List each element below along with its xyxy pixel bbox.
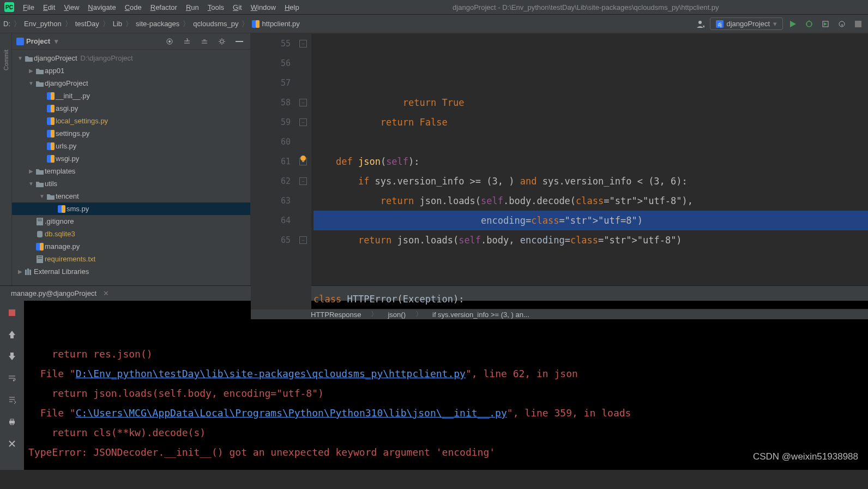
fold-marker[interactable]: −: [299, 177, 307, 185]
code-line[interactable]: encoding=class="str">"utf=8"): [314, 211, 868, 230]
fold-marker[interactable]: −: [299, 99, 307, 106]
breadcrumb-segment[interactable]: site-packages: [136, 20, 179, 28]
breadcrumb-segment[interactable]: D:: [3, 20, 10, 28]
run-tab-label[interactable]: manage.py@djangoProject: [11, 289, 97, 297]
tree-item-wsgi.py[interactable]: wsgi.py: [12, 152, 250, 165]
menu-git[interactable]: Git: [228, 1, 246, 14]
console-link[interactable]: D:\Env_python\testDay\lib\site-packages\…: [76, 368, 466, 379]
print-icon[interactable]: [5, 415, 19, 428]
svg-text:PC: PC: [5, 4, 13, 10]
tree-item-templates[interactable]: ▶templates: [12, 165, 250, 177]
more-run-button[interactable]: ▾: [835, 17, 848, 31]
run-config-selector[interactable]: dj djangoProject ▾: [710, 17, 783, 30]
scroll-to-end-icon[interactable]: [5, 393, 19, 407]
tree-item-requirements.txt[interactable]: requirements.txt: [12, 253, 250, 265]
tree-item-local_settings.py[interactable]: local_settings.py: [12, 115, 250, 127]
menu-edit[interactable]: Edit: [39, 1, 59, 14]
tree-item-utils[interactable]: ▼utils: [12, 177, 250, 190]
tree-label: __init__.py: [56, 92, 90, 100]
user-icon[interactable]: ▾: [694, 17, 707, 31]
project-panel-title[interactable]: Project ▾: [16, 37, 58, 45]
code-line[interactable]: return json.loads(self.body, encoding=cl…: [314, 230, 868, 250]
fold-marker[interactable]: −: [299, 40, 307, 47]
stop-process-button[interactable]: [5, 306, 19, 319]
clear-icon[interactable]: [5, 437, 19, 450]
tree-item-.gitignore[interactable]: .gitignore: [12, 215, 250, 228]
svg-rect-15: [855, 21, 861, 27]
menu-file[interactable]: File: [19, 1, 39, 14]
fold-marker[interactable]: −: [299, 118, 307, 126]
up-icon[interactable]: [5, 328, 19, 341]
tree-arrow-icon[interactable]: ▼: [16, 55, 24, 61]
menu-help[interactable]: Help: [280, 1, 304, 14]
tree-item-__init__.py[interactable]: __init__.py: [12, 90, 250, 102]
soft-wrap-icon[interactable]: [5, 372, 19, 385]
run-button[interactable]: [786, 17, 799, 31]
collapse-all-icon[interactable]: [198, 35, 211, 48]
tree-item-manage.py[interactable]: manage.py: [12, 240, 250, 253]
tree-arrow-icon[interactable]: ▼: [27, 181, 35, 187]
py-icon: [46, 105, 56, 112]
svg-rect-32: [51, 155, 55, 163]
breadcrumb[interactable]: D:〉Env_python〉testDay〉Lib〉site-packages〉…: [3, 19, 300, 29]
code-line[interactable]: return True: [314, 93, 868, 112]
run-with-coverage-button[interactable]: [819, 17, 832, 31]
tree-item-settings.py[interactable]: settings.py: [12, 127, 250, 140]
tree-item-sms.py[interactable]: sms.py: [12, 202, 250, 215]
code-line[interactable]: if sys.version_info >= (3, ) and sys.ver…: [314, 171, 868, 191]
menu-navigate[interactable]: Navigate: [83, 1, 120, 14]
tree-label: urls.py: [56, 142, 76, 150]
tree-arrow-icon[interactable]: ▶: [16, 269, 24, 275]
code-line[interactable]: [314, 132, 868, 152]
menu-tools[interactable]: Tools: [203, 1, 228, 14]
menu-code[interactable]: Code: [120, 1, 146, 14]
settings-icon[interactable]: [215, 35, 228, 48]
breadcrumb-segment[interactable]: httpclient.py: [262, 20, 299, 28]
tree-item-asgi.py[interactable]: asgi.py: [12, 102, 250, 115]
console-link[interactable]: C:\Users\MCG\AppData\Local\Programs\Pyth…: [76, 407, 507, 419]
expand-all-icon[interactable]: [180, 35, 194, 48]
code-line[interactable]: return False: [314, 112, 868, 132]
code-line[interactable]: [314, 270, 868, 289]
tree-item-urls.py[interactable]: urls.py: [12, 140, 250, 152]
tree-arrow-icon[interactable]: ▼: [27, 80, 35, 86]
tree-label: asgi.py: [56, 104, 78, 112]
tree-arrow-icon[interactable]: ▼: [38, 193, 46, 199]
tree-label: settings.py: [56, 129, 89, 138]
intention-bulb-icon[interactable]: [299, 155, 307, 163]
project-tree[interactable]: ▼djangoProjectD:\djangoProject▶app01▼dja…: [12, 50, 250, 285]
menu-window[interactable]: Window: [246, 1, 280, 14]
tree-item-djangoProject[interactable]: ▼djangoProject: [12, 77, 250, 90]
svg-rect-67: [9, 309, 15, 316]
code-line[interactable]: [314, 250, 868, 270]
stop-button[interactable]: [852, 17, 865, 31]
code-editor[interactable]: 5556575859606162636465 −−−−−− return Tru…: [251, 34, 868, 309]
svg-rect-22: [51, 92, 55, 100]
hide-icon[interactable]: [233, 35, 246, 48]
code-line[interactable]: return json.loads(self.body.decode(class…: [314, 191, 868, 211]
tree-item-djangoProject[interactable]: ▼djangoProjectD:\djangoProject: [12, 52, 250, 64]
fold-marker[interactable]: −: [299, 236, 307, 244]
tree-arrow-icon[interactable]: ▶: [27, 68, 35, 74]
tree-item-External Libraries[interactable]: ▶External Libraries: [12, 265, 250, 278]
tree-arrow-icon[interactable]: ▶: [27, 168, 35, 174]
close-icon[interactable]: ✕: [103, 289, 109, 297]
breadcrumb-segment[interactable]: qcloudsms_py: [193, 20, 238, 28]
breadcrumb-segment[interactable]: Env_python: [24, 20, 62, 28]
tree-label: sms.py: [67, 205, 89, 213]
folder-icon: [35, 68, 45, 74]
menu-refactor[interactable]: Refactor: [146, 1, 182, 14]
select-opened-icon[interactable]: [163, 35, 176, 48]
debug-button[interactable]: [803, 17, 816, 31]
breadcrumb-segment[interactable]: Lib: [113, 20, 122, 28]
tree-item-app01[interactable]: ▶app01: [12, 64, 250, 77]
menu-run[interactable]: Run: [182, 1, 203, 14]
tree-item-db.sqlite3[interactable]: db.sqlite3: [12, 228, 250, 240]
menu-view[interactable]: View: [59, 1, 83, 14]
tree-item-tencent[interactable]: ▼tencent: [12, 190, 250, 202]
breadcrumb-segment[interactable]: testDay: [75, 20, 99, 28]
down-icon[interactable]: [5, 350, 19, 363]
code-line[interactable]: def json(self):: [314, 152, 868, 171]
console-output[interactable]: return res.json() File "D:\Env_python\te…: [24, 301, 868, 470]
left-tool-gutter[interactable]: Commit: [0, 33, 12, 285]
